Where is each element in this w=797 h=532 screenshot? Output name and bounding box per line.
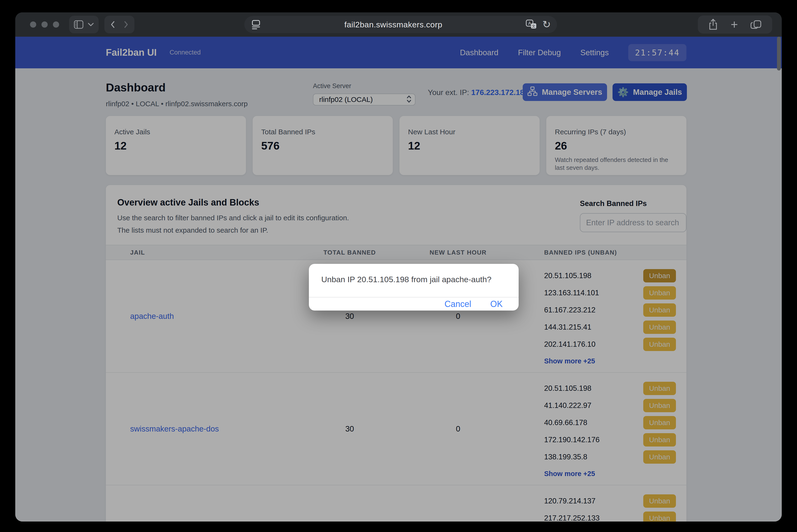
forward-icon[interactable] (121, 19, 131, 30)
cancel-button[interactable]: Cancel (445, 299, 471, 309)
toolbar-right-group: + (698, 16, 772, 34)
reader-icon[interactable] (251, 19, 261, 30)
sidebar-toggle-group (69, 16, 99, 33)
chevron-down-icon[interactable] (88, 23, 94, 26)
dialog-message: Unban IP 20.51.105.198 from jail apache-… (309, 264, 519, 284)
browser-chrome: fail2ban.swissmakers.corp A文 ↻ + (15, 12, 782, 37)
history-nav-group (104, 16, 134, 33)
page-scrollbar-thumb[interactable] (777, 37, 781, 71)
url-text[interactable]: fail2ban.swissmakers.corp (261, 20, 525, 29)
traffic-lights (30, 21, 59, 27)
svg-text:文: 文 (532, 24, 535, 28)
dialog-actions: Cancel OK (309, 298, 519, 310)
screen: fail2ban.swissmakers.corp A文 ↻ + (0, 0, 797, 532)
sidebar-icon[interactable] (74, 20, 84, 29)
reload-icon[interactable]: ↻ (542, 20, 551, 30)
translate-icon[interactable]: A文 (525, 19, 537, 30)
address-bar[interactable]: fail2ban.swissmakers.corp A文 ↻ (244, 16, 557, 33)
tab-overview-icon[interactable] (750, 19, 762, 30)
minimize-window-button[interactable] (41, 21, 48, 27)
back-icon[interactable] (108, 19, 118, 30)
confirm-dialog: Unban IP 20.51.105.198 from jail apache-… (309, 264, 519, 310)
ok-button[interactable]: OK (490, 299, 503, 309)
svg-text:A: A (528, 21, 531, 26)
close-window-button[interactable] (30, 21, 36, 27)
browser-window: fail2ban.swissmakers.corp A文 ↻ + (15, 12, 782, 521)
new-tab-icon[interactable]: + (731, 18, 738, 31)
zoom-window-button[interactable] (53, 21, 59, 27)
share-icon[interactable] (708, 18, 718, 31)
